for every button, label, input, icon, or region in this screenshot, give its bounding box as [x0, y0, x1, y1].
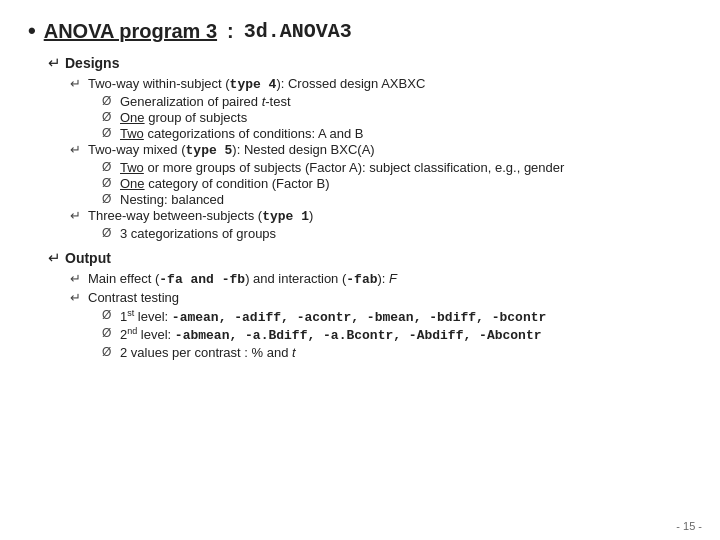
sub-arrow-icon: Ø [102, 110, 116, 124]
arrow-icon: ↵ [70, 76, 84, 91]
arrow-icon: ↵ [70, 290, 84, 305]
page-number: - 15 - [676, 520, 702, 532]
list-item: Ø Two categorizations of conditions: A a… [102, 126, 692, 141]
designs-arrow: ↵ [48, 54, 61, 72]
sub-arrow-icon: Ø [102, 226, 116, 240]
sub-item-text: Two or more groups of subjects (Factor A… [120, 160, 564, 175]
sub-arrow-icon: Ø [102, 326, 116, 340]
sub-item-text: 2nd level: -abmean, -a.Bdiff, -a.Bcontr,… [120, 326, 542, 343]
item-text: Three-way between-subjects (type 1) [88, 208, 313, 224]
list-item: ↵ Three-way between-subjects (type 1) [70, 208, 692, 224]
sub-arrow-icon: Ø [102, 192, 116, 206]
list-item: Ø One category of condition (Factor B) [102, 176, 692, 191]
sub-arrow-icon: Ø [102, 160, 116, 174]
list-item: Ø Generalization of paired t-test [102, 94, 692, 109]
main-title: • ANOVA program 3 : 3d.ANOVA3 [28, 18, 692, 44]
sub-item-text: Nesting: balanced [120, 192, 224, 207]
sub-item-text: 1st level: -amean, -adiff, -acontr, -bme… [120, 308, 546, 325]
output-arrow: ↵ [48, 249, 61, 267]
list-item: ↵ Contrast testing [70, 290, 692, 305]
sub-item-text: One category of condition (Factor B) [120, 176, 330, 191]
list-item: Ø 2nd level: -abmean, -a.Bdiff, -a.Bcont… [102, 326, 692, 343]
list-item: ↵ Main effect (-fa and -fb) and interact… [70, 271, 692, 287]
monospace-title: 3d.ANOVA3 [244, 20, 352, 43]
sub-item-text: 2 values per contrast : % and t [120, 345, 296, 360]
designs-section: ↵ Designs ↵ Two-way within-subject (type… [48, 54, 692, 241]
sub-item-text: One group of subjects [120, 110, 247, 125]
list-item: ↵ Two-way within-subject (type 4): Cross… [70, 76, 692, 92]
sub-item-text: Generalization of paired t-test [120, 94, 291, 109]
item-text: Two-way within-subject (type 4): Crossed… [88, 76, 425, 92]
list-item: Ø Two or more groups of subjects (Factor… [102, 160, 692, 175]
sub-arrow-icon: Ø [102, 126, 116, 140]
list-item: Ø One group of subjects [102, 110, 692, 125]
program-title: ANOVA program 3 [44, 20, 217, 43]
arrow-icon: ↵ [70, 271, 84, 286]
colon: : [227, 20, 234, 43]
item-text: Main effect (-fa and -fb) and interactio… [88, 271, 397, 287]
list-item: Ø 3 categorizations of groups [102, 226, 692, 241]
contrast-testing-label: Contrast testing [88, 290, 179, 305]
sub-arrow-icon: Ø [102, 94, 116, 108]
bullet-point: • [28, 18, 36, 44]
output-section: ↵ Output ↵ Main effect (-fa and -fb) and… [48, 249, 692, 360]
list-item: Ø 2 values per contrast : % and t [102, 345, 692, 360]
designs-label: Designs [65, 55, 119, 71]
list-item: Ø Nesting: balanced [102, 192, 692, 207]
output-label: Output [65, 250, 111, 266]
arrow-icon: ↵ [70, 208, 84, 223]
sub-item-text: Two categorizations of conditions: A and… [120, 126, 364, 141]
sub-item-text: 3 categorizations of groups [120, 226, 276, 241]
arrow-icon: ↵ [70, 142, 84, 157]
list-item: ↵ Two-way mixed (type 5): Nested design … [70, 142, 692, 158]
designs-header: ↵ Designs [48, 54, 692, 72]
sub-arrow-icon: Ø [102, 308, 116, 322]
sub-arrow-icon: Ø [102, 345, 116, 359]
output-header: ↵ Output [48, 249, 692, 267]
slide-content: • ANOVA program 3 : 3d.ANOVA3 ↵ Designs … [0, 0, 720, 540]
sub-arrow-icon: Ø [102, 176, 116, 190]
list-item: Ø 1st level: -amean, -adiff, -acontr, -b… [102, 308, 692, 325]
item-text: Two-way mixed (type 5): Nested design BX… [88, 142, 375, 158]
